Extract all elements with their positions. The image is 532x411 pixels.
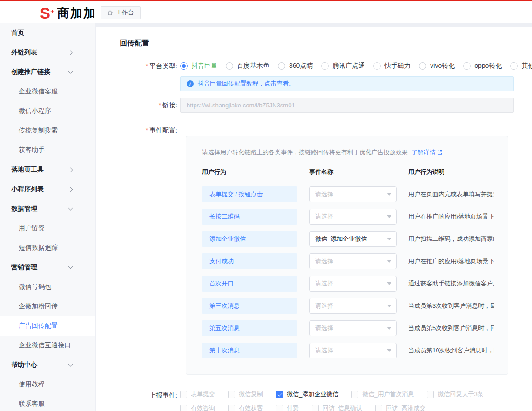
event-select[interactable]: 请选择 [309, 209, 397, 225]
sidebar-item-tutorials[interactable]: 使用教程 [0, 375, 95, 394]
behavior-description: 用户在推广的应用/落地页场景下发生的... [408, 212, 494, 221]
caret-down-icon [387, 260, 391, 263]
logo-s-icon: S+ [40, 6, 50, 21]
tutorial-alert-link[interactable]: 抖音巨量回传配置教程，点击查看。 [198, 80, 295, 88]
sidebar-item-customer-assistant[interactable]: 获客助手 [0, 140, 95, 160]
chevron-down-icon [68, 69, 73, 73]
platform-radio-vivo[interactable]: vivo转化 [419, 62, 455, 70]
behavior-description: 用户扫描二维码，成功添加商家的企业微信 [408, 235, 494, 243]
sidebar-item-landing-tools[interactable]: 落地页工具 [0, 160, 95, 179]
sidebar-item-user-leads[interactable]: 用户留资 [0, 219, 95, 238]
behavior-description: 用户在推广的应用/落地页场景下发生交... [408, 257, 494, 265]
behavior-chip[interactable]: 第十次消息 [202, 343, 297, 358]
sidebar-item-sms-tracking[interactable]: 短信数据追踪 [0, 238, 95, 258]
required-mark: * [146, 62, 148, 70]
platform-radio-oppo[interactable]: oppo转化 [463, 62, 502, 70]
event-intro-text: 请选择用户转化链路上的各类事件，按链路回传将更有利于优化广告投放效果 了解详情 [202, 148, 494, 157]
checkbox-icon [228, 405, 235, 411]
report-checkbox-valid-consult: 有效咨询 [180, 404, 215, 411]
event-select[interactable]: 请选择 [309, 343, 397, 358]
event-select[interactable]: 请选择 [309, 298, 397, 314]
event-select[interactable]: 请选择 [309, 253, 397, 269]
chevron-right-icon [68, 50, 73, 55]
checkbox-icon [427, 391, 434, 398]
behavior-chip[interactable]: 首次开口 [202, 276, 297, 292]
header-behavior-desc: 用户行为说明 [408, 168, 494, 176]
sidebar-item-ad-callback-config[interactable]: 广告回传配置 [0, 316, 95, 336]
caret-down-icon [387, 327, 391, 330]
brand-logo: S+ 商加加 [40, 5, 96, 21]
behavior-description: 当成员第3次收到客户消息时，回调此事... [408, 302, 494, 310]
event-config-label: *事件配置: [120, 125, 180, 375]
report-checkbox-pay: 付费 [276, 404, 299, 411]
event-row-payment-success: 支付成功 请选择 用户在推广的应用/落地页场景下发生交... [202, 253, 494, 269]
page-title: 回传配置 [120, 39, 514, 48]
event-select[interactable]: 请选择 [309, 186, 397, 202]
link-row: *链接: [120, 98, 514, 113]
event-row-add-wecom: 添加企业微信 微信_添加企业微信 用户扫描二维码，成功添加商家的企业微信 [202, 231, 494, 247]
tutorial-alert: i 抖音巨量回传配置教程，点击查看。 [180, 76, 514, 91]
platform-radio-other[interactable]: 其他 [510, 62, 532, 70]
checkbox-icon [228, 391, 235, 398]
event-row-fifth-message: 第五次消息 请选择 当成员第5次收到客户消息时，回调此事... [202, 320, 494, 336]
sidebar-item-create-promo-link[interactable]: 创建推广链接 [0, 62, 95, 82]
link-input[interactable] [180, 98, 514, 113]
event-table-header: 用户行为 事件名称 用户行为说明 [202, 168, 494, 176]
event-row-tenth-message: 第十次消息 请选择 当成员第10次收到客户消息时，回调此事... [202, 343, 494, 358]
required-mark: * [146, 126, 148, 134]
platform-radio-baidu[interactable]: 百度基木鱼 [226, 62, 269, 70]
sidebar-item-miniprogram-list[interactable]: 小程序列表 [0, 179, 95, 199]
logo-plus-icon: + [50, 4, 54, 19]
learn-more-link[interactable]: 了解详情 [411, 148, 443, 157]
checkbox-icon [351, 391, 358, 398]
sidebar-item-wechat-miniprogram[interactable]: 微信小程序 [0, 101, 95, 121]
behavior-chip[interactable]: 添加企业微信 [202, 231, 297, 247]
report-checkbox-valid-acquire: 有效获客 [228, 404, 263, 411]
report-checkbox-wechat-add-wecom[interactable]: 微信_添加企业微信 [276, 390, 338, 398]
event-select[interactable]: 微信_添加企业微信 [309, 231, 397, 247]
sidebar-item-contact-support[interactable]: 联系客服 [0, 394, 95, 411]
event-row-form-submit: 表单提交 / 按钮点击 请选择 用户在页面内完成表单填写并提交 [202, 186, 494, 202]
sidebar-item-wecom-interop-api[interactable]: 企业微信互通接口 [0, 336, 95, 355]
behavior-chip[interactable]: 第五次消息 [202, 320, 297, 336]
report-checkbox-row-1: 表单提交 微信复制 微信_添加企业微信 微信_用户首次消息 微信回复大于3条 [180, 390, 514, 399]
behavior-chip[interactable]: 表单提交 / 按钮点击 [202, 186, 297, 202]
platform-radio-douyin[interactable]: 抖音巨量 [180, 62, 217, 70]
caret-down-icon [387, 215, 391, 218]
event-select[interactable]: 请选择 [309, 276, 397, 292]
platform-radio-group: 抖音巨量 百度基木鱼 360点睛 腾讯广点通 快手磁力 vivo转化 oppo转… [180, 59, 514, 73]
platform-radio-tencent[interactable]: 腾讯广点通 [321, 62, 365, 70]
event-row-long-press-qr: 长按二维码 请选择 用户在推广的应用/落地页场景下发生的... [202, 209, 494, 225]
sidebar-item-copy-search[interactable]: 传统复制搜索 [0, 121, 95, 140]
report-checkbox-row-2: 有效咨询 有效获客 付费 回访_信息确认 回访_高潜成交 [180, 404, 514, 411]
event-select[interactable]: 请选择 [309, 320, 397, 336]
report-checkbox-wechat-reply-gt3: 微信回复大于3条 [427, 390, 483, 398]
behavior-chip[interactable]: 支付成功 [202, 253, 297, 269]
sidebar-item-wecom-fans-callback[interactable]: 企微加粉回传 [0, 297, 95, 316]
info-icon: i [187, 80, 194, 87]
report-checkbox-wechat-first-message: 微信_用户首次消息 [351, 390, 414, 398]
report-checkbox-form-submit: 表单提交 [180, 390, 215, 398]
checkbox-icon [312, 405, 319, 411]
event-row-first-message: 首次开口 请选择 通过获客助手链接添加微信客户后，当微... [202, 276, 494, 292]
chevron-right-icon [68, 167, 73, 172]
workspace-tab-label: 工作台 [116, 8, 134, 17]
sidebar-item-wechat-number-pack[interactable]: 微信号码包 [0, 277, 95, 297]
checkbox-icon [180, 405, 187, 411]
chevron-down-icon [68, 206, 73, 210]
platform-radio-kuaishou[interactable]: 快手磁力 [373, 62, 411, 70]
sidebar-item-home[interactable]: 首页 [0, 23, 95, 43]
workspace-tab[interactable]: 工作台 [101, 6, 141, 19]
behavior-chip[interactable]: 长按二维码 [202, 209, 297, 225]
behavior-chip[interactable]: 第三次消息 [202, 298, 297, 314]
sidebar-item-help-center[interactable]: 帮助中心 [0, 355, 95, 375]
sidebar-item-wecom-service[interactable]: 企业微信客服 [0, 82, 95, 101]
radio-icon [463, 62, 471, 70]
sidebar-item-external-links[interactable]: 外链列表 [0, 43, 95, 62]
sidebar-item-marketing-management[interactable]: 营销管理 [0, 258, 95, 277]
chevron-down-icon [68, 264, 73, 269]
sidebar-item-data-management[interactable]: 数据管理 [0, 199, 95, 219]
platform-radio-360[interactable]: 360点睛 [278, 62, 313, 70]
checkbox-icon [276, 391, 283, 398]
checkbox-icon [276, 405, 283, 411]
